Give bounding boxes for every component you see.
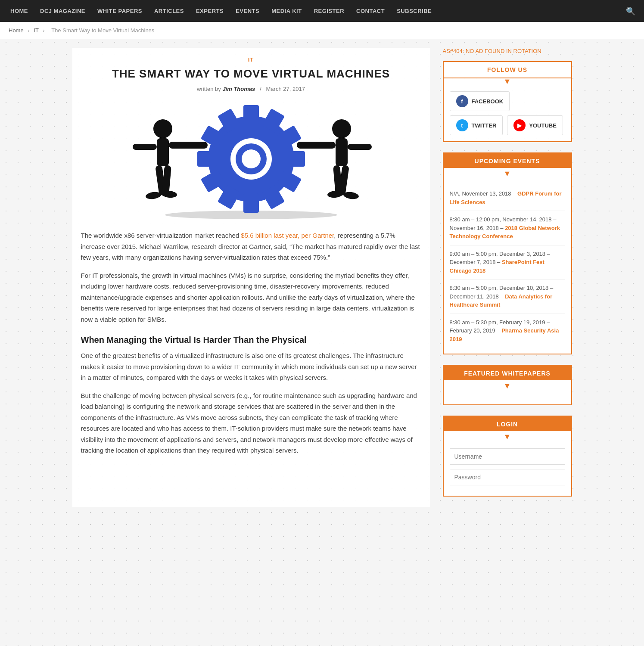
nav-home[interactable]: HOME xyxy=(4,0,34,22)
login-box: LOGIN ▼ xyxy=(443,416,572,497)
nav-register[interactable]: REGISTER xyxy=(308,0,350,22)
svg-rect-19 xyxy=(169,142,208,149)
article-author: Jim Thomas xyxy=(222,86,255,92)
ad-notice: AS#404: NO AD FOUND IN ROTATION xyxy=(443,48,572,54)
twitter-button[interactable]: t TWITTER xyxy=(450,115,503,135)
svg-rect-26 xyxy=(336,138,348,166)
written-by-label: written by xyxy=(197,86,221,92)
event-link[interactable]: 2018 Global Network Technology Conferenc… xyxy=(450,225,560,240)
article-para4: But the challenge of moving between phys… xyxy=(81,390,421,456)
event-link[interactable]: Pharma Security Asia 2019 xyxy=(450,327,559,342)
svg-rect-2 xyxy=(243,105,259,124)
main-layout: IT THE SMART WAY TO MOVE VIRTUAL MACHINE… xyxy=(64,39,581,516)
article-illustration xyxy=(81,101,421,221)
follow-us-box: FOLLOW US ▼ f FACEBOOK t TWITTER ▶ YOUTU… xyxy=(443,61,572,142)
follow-us-chevron: ▼ xyxy=(444,78,571,85)
nav-contact[interactable]: CONTACT xyxy=(350,0,391,22)
upcoming-events-box: UPCOMING EVENTS ▼ N/A, November 13, 2018… xyxy=(443,152,572,354)
nav-media-kit[interactable]: MEDIA KIT xyxy=(265,0,308,22)
breadcrumb-home[interactable]: Home xyxy=(9,27,24,34)
article-para2: For IT professionals, the growth in virt… xyxy=(81,270,421,325)
article-heading1: When Managing the Virtual Is Harder Than… xyxy=(81,335,421,345)
whitepapers-content xyxy=(444,391,571,404)
event-item: 8:30 am – 5:00 pm, December 10, 2018 – D… xyxy=(450,280,565,314)
password-input[interactable] xyxy=(450,469,565,485)
follow-us-title: FOLLOW US xyxy=(444,62,571,78)
featured-whitepapers-title: FEATURED WHITEPAPERS xyxy=(444,366,571,381)
article-date: March 27, 2017 xyxy=(266,86,305,92)
main-nav: HOME DCJ MAGAZINE WHITE PAPERS ARTICLES … xyxy=(0,0,644,22)
svg-rect-18 xyxy=(157,138,169,166)
featured-whitepapers-box: FEATURED WHITEPAPERS ▼ xyxy=(443,365,572,405)
youtube-icon: ▶ xyxy=(513,119,526,131)
login-chevron: ▼ xyxy=(444,431,571,442)
upcoming-events-chevron: ▼ xyxy=(444,168,571,179)
svg-rect-8 xyxy=(243,193,259,213)
article-title: THE SMART WAY TO MOVE VIRTUAL MACHINES xyxy=(81,67,421,81)
nav-dcj-magazine[interactable]: DCJ MAGAZINE xyxy=(34,0,91,22)
breadcrumb-current: The Smart Way to Move Virtual Machines xyxy=(51,27,154,34)
login-title: LOGIN xyxy=(444,416,571,432)
events-list: N/A, November 13, 2018 – GDPR Forum for … xyxy=(444,179,571,354)
event-link[interactable]: Data Analytics for Healthcare Summit xyxy=(450,293,553,308)
featured-whitepapers-chevron: ▼ xyxy=(444,380,571,391)
search-button[interactable]: 🔍 xyxy=(622,6,640,16)
svg-rect-20 xyxy=(133,144,157,150)
article-para3: One of the greatest benefits of a virtua… xyxy=(81,350,421,383)
svg-rect-28 xyxy=(348,144,372,150)
article-body: The worldwide x86 server-virtualization … xyxy=(81,230,421,456)
svg-point-16 xyxy=(242,149,261,168)
event-item: 8:30 am – 5:30 pm, February 19, 2019 – F… xyxy=(450,314,565,348)
twitter-icon: t xyxy=(456,119,468,131)
event-item: 8:30 am – 12:00 pm, November 14, 2018 – … xyxy=(450,211,565,245)
svg-rect-5 xyxy=(286,151,305,167)
username-input[interactable] xyxy=(450,448,565,465)
breadcrumb-sep1: › xyxy=(28,27,29,34)
facebook-label: FACEBOOK xyxy=(472,98,504,105)
event-item: 9:00 am – 5:00 pm, December 3, 2018 – De… xyxy=(450,245,565,280)
svg-rect-27 xyxy=(297,142,336,149)
youtube-button[interactable]: ▶ YOUTUBE xyxy=(507,115,563,135)
article-content: IT THE SMART WAY TO MOVE VIRTUAL MACHINE… xyxy=(72,48,430,507)
nav-events[interactable]: EVENTS xyxy=(230,0,265,22)
breadcrumb: Home › IT › The Smart Way to Move Virtua… xyxy=(0,22,644,39)
youtube-label: YOUTUBE xyxy=(529,122,557,129)
article-para1: The worldwide x86 server-virtualization … xyxy=(81,230,421,263)
svg-point-25 xyxy=(332,119,351,138)
event-link[interactable]: SharePoint Fest Chicago 2018 xyxy=(450,259,544,274)
event-link[interactable]: GDPR Forum for Life Sciences xyxy=(450,190,562,205)
svg-point-17 xyxy=(153,119,172,138)
breadcrumb-it[interactable]: IT xyxy=(34,27,38,34)
sidebar: AS#404: NO AD FOUND IN ROTATION FOLLOW U… xyxy=(443,48,572,507)
gartner-link[interactable]: $5.6 billion last year, per Gartner xyxy=(241,232,334,239)
twitter-label: TWITTER xyxy=(472,122,497,129)
breadcrumb-sep2: › xyxy=(43,27,44,34)
nav-articles[interactable]: ARTICLES xyxy=(148,0,190,22)
svg-rect-11 xyxy=(197,151,217,167)
article-meta: written by Jim Thomas / March 27, 2017 xyxy=(81,86,421,92)
facebook-icon: f xyxy=(456,95,468,107)
nav-experts[interactable]: EXPERTS xyxy=(190,0,230,22)
nav-subscribe[interactable]: SUBSCRIBE xyxy=(391,0,438,22)
upcoming-events-title: UPCOMING EVENTS xyxy=(444,153,571,169)
article-category: IT xyxy=(81,56,421,63)
follow-buttons: f FACEBOOK t TWITTER ▶ YOUTUBE xyxy=(444,85,571,141)
login-form xyxy=(444,442,571,496)
facebook-button[interactable]: f FACEBOOK xyxy=(450,91,510,111)
event-item: N/A, November 13, 2018 – GDPR Forum for … xyxy=(450,185,565,211)
nav-white-papers[interactable]: WHITE PAPERS xyxy=(91,0,148,22)
